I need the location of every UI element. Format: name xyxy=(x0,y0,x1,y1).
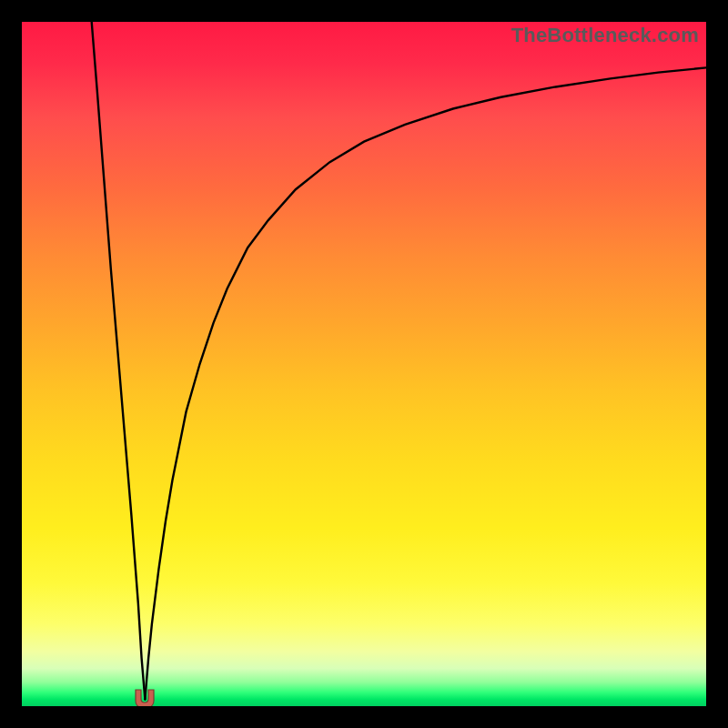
u-shape-icon xyxy=(136,690,154,706)
curve-left-branch xyxy=(92,22,146,699)
bottleneck-curve xyxy=(22,22,706,706)
plot-area: TheBottleneck.com xyxy=(22,22,706,706)
curve-right-branch xyxy=(145,67,706,699)
optimum-marker-icon xyxy=(132,688,157,706)
chart-frame: TheBottleneck.com xyxy=(0,0,728,728)
